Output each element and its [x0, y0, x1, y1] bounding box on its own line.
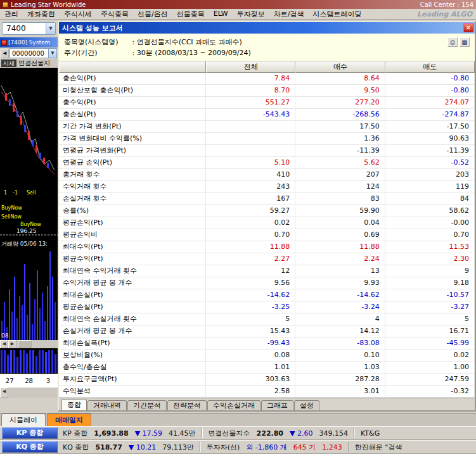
cell-value: 8.64 [295, 73, 385, 85]
buynow-marker-label: BuyNow [1, 205, 22, 211]
table-row: 총손익(Pt)7.848.64-0.80 [59, 73, 475, 85]
cell-value: 3.01 [295, 386, 385, 398]
app-window: Leading Star Worldwide Call Center : 154… [0, 0, 476, 454]
scroll-left-icon[interactable]: ◀ [0, 388, 8, 398]
table-row: 평균수익(Pt)2.272.242.30 [59, 253, 475, 265]
report-tab[interactable]: 기간분석 [127, 400, 167, 410]
chart-tab-badge[interactable]: 시세 [1, 60, 16, 67]
close-icon[interactable]: × [463, 23, 473, 32]
row-label: 최대수익(Pt) [59, 241, 206, 253]
column-header: 매도 [385, 61, 475, 73]
report-tab[interactable]: 종합 [61, 399, 87, 410]
menu-item[interactable]: 선물종목 [172, 9, 209, 19]
symbol-name-label: 종목명(시스템명) [64, 37, 130, 47]
table-row: 최대연속 수익거래 횟수12139 [59, 265, 475, 277]
cell-value: 59.27 [206, 205, 295, 217]
report-tab[interactable]: 전략분석 [167, 400, 207, 410]
row-label: 수익분석 [59, 386, 206, 398]
main-area: 7400 ▼ [7400] System ◀ 00000000 ▼ 시세 연결선… [0, 20, 476, 413]
scroll-left-icon[interactable]: ◀ [0, 340, 8, 348]
status-field: KP 종합 [63, 429, 87, 438]
grid-copy-icon[interactable]: ▦ [460, 37, 470, 47]
status-field: 한진해운 "검색 [355, 443, 402, 452]
table-row: 가격 변화대비 수익률(%)1.3690.63 [59, 133, 475, 145]
status-row: KP 종합KP 종합1,693.88▼ 17.5941.45만연결선물지수222… [0, 426, 476, 440]
row-label: 평균손익(Pt) [59, 217, 206, 229]
window-icon [1, 40, 7, 46]
table-row: 평균손실(Pt)-3.25-3.24-3.27 [59, 301, 475, 313]
cell-value: 12 [206, 265, 295, 277]
row-label: 보상비율(%) [59, 350, 206, 362]
mini-bar-chart [0, 348, 58, 374]
horizontal-scrollbar[interactable]: ◀ ▶ [0, 340, 58, 348]
cell-value: 9.18 [385, 277, 475, 289]
row-label: 총손익(Pt) [59, 73, 206, 85]
table-row: 총거래 횟수410207203 [59, 169, 475, 181]
price-chart[interactable]: 1 -1 Sell BuyNow SellNow BuyNow 196.25 [0, 68, 58, 240]
status-field: 79,113만 [162, 443, 194, 452]
cell-value: 243 [206, 181, 295, 193]
report-tab[interactable]: 거래내역 [87, 400, 127, 410]
cell-value: -17.50 [385, 121, 475, 133]
symbol-label: 연결선물지 [18, 59, 50, 68]
cell-value: 2.27 [206, 253, 295, 265]
cell-value: -0.80 [385, 73, 475, 85]
status-field: 518.77 [95, 443, 122, 451]
index-button[interactable]: KP 종합 [2, 427, 58, 439]
index-button[interactable]: KQ 종합 [2, 441, 58, 453]
menu-item[interactable]: 시스템트레이딩 [308, 9, 366, 19]
report-tab[interactable]: 그래프 [261, 400, 293, 410]
menu-item[interactable]: 차트/검색 [269, 9, 309, 19]
menu-item[interactable]: 주식종목 [96, 9, 133, 19]
cell-value: -274.87 [385, 109, 475, 121]
print-icon[interactable]: ⎙ [447, 37, 458, 47]
info-toolbar: ⎙ ▦ [447, 37, 470, 47]
cell-value: 2.58 [206, 386, 295, 398]
report-tab[interactable]: 수익손실거래 [207, 400, 261, 410]
menu-item[interactable]: 계좌종합 [23, 9, 60, 19]
menu-item[interactable]: 선물/옵션 [133, 9, 172, 19]
dialog-info-panel: 종목명(시스템명) : 연결선물지수(CCI 과매도 과매수) 주기(기간) :… [59, 34, 475, 61]
account-combo[interactable]: 00000000 ▼ [10, 48, 57, 58]
volume-chart[interactable]: 08 [0, 248, 58, 340]
chevron-down-icon[interactable]: ▼ [48, 49, 56, 58]
screen-number-combo[interactable]: 7400 ▼ [2, 22, 56, 35]
row-label: 최대손실폭(Pt) [59, 337, 206, 350]
chart-window-titlebar[interactable]: [7400] System [0, 37, 58, 47]
report-tab[interactable]: 설정 [294, 400, 319, 410]
row-label: 평균손실(Pt) [59, 301, 206, 313]
dialog-titlebar[interactable]: 시스템 성능 보고서 × [59, 22, 475, 34]
tab-simulation[interactable]: 시뮬레이 [1, 413, 46, 426]
tab-trading-journal[interactable]: 매매일지 [47, 413, 91, 426]
table-row: 수익분석2.583.01-0.32 [59, 386, 475, 398]
cell-value: 207 [295, 169, 385, 181]
axis-label: 3 [39, 377, 58, 384]
cell-value: -543.43 [206, 109, 295, 121]
volume-pane-title: 거래량 05/06 13: [0, 240, 58, 248]
table-row: 최대손실(Pt)-14.62-14.62-10.57 [59, 289, 475, 301]
table-row: 총수익(Pt)551.27277.20274.07 [59, 97, 475, 109]
sellnow-marker-label: SellNow [1, 214, 22, 220]
prev-arrow-icon[interactable]: ◀ [1, 49, 9, 58]
scrollbar-thumb[interactable] [18, 340, 32, 348]
menu-item[interactable]: 관리 [0, 9, 23, 19]
cell-value: 1.36 [295, 133, 385, 145]
cell-value: 15.43 [206, 325, 295, 337]
scroll-right-icon[interactable]: ▶ [8, 340, 16, 348]
menu-item[interactable]: ELW [209, 9, 233, 19]
menu-item[interactable]: 주식시세 [60, 9, 96, 19]
menu-items: 관리계좌종합주식시세주식종목선물/옵션선물종목ELW투자정보차트/검색시스템트레… [0, 9, 366, 19]
row-label: 총수익(Pt) [59, 97, 206, 109]
table-row: 연평균 가격변화(Pt)-11.39-11.39 [59, 145, 475, 157]
menu-item[interactable]: 투자정보 [233, 9, 269, 19]
status-field: 투자자(선) [207, 443, 240, 452]
left-chart-panel: 7400 ▼ [7400] System ◀ 00000000 ▼ 시세 연결선… [0, 20, 58, 413]
status-row: KQ 종합KQ 종합518.77▼ 10.2179,113만투자자(선)외 -1… [0, 440, 476, 454]
app-titlebar[interactable]: Leading Star Worldwide Call Center : 154 [0, 0, 476, 9]
cell-value: 287.28 [295, 374, 385, 386]
table-row: 총수익/총손실1.011.031.00 [59, 362, 475, 374]
cell-value: 0.70 [206, 229, 295, 241]
symbol-info-row: 종목명(시스템명) : 연결선물지수(CCI 과매도 과매수) [64, 37, 475, 47]
status-field: ▼ 2.60 [290, 429, 312, 438]
chevron-down-icon[interactable]: ▼ [46, 23, 55, 34]
